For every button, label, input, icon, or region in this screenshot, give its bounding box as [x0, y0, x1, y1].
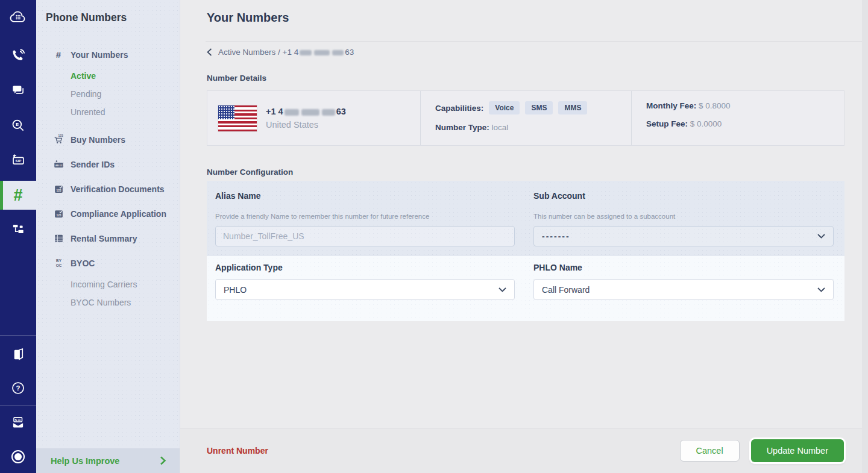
application-type-select[interactable]: PHLO: [215, 279, 515, 300]
help-us-improve-button[interactable]: Help Us Improve: [36, 448, 180, 473]
avatar-circle-icon: [10, 448, 27, 465]
hash-icon: #: [13, 187, 22, 204]
sidebar-item-label: Verification Documents: [71, 184, 165, 194]
account-avatar[interactable]: [0, 443, 36, 470]
sidebar-item-byoc[interactable]: BY OC BYOC: [36, 251, 180, 275]
monthly-fee-label: Monthly Fee:: [646, 101, 696, 110]
sidebar-item-pending[interactable]: Pending: [36, 85, 180, 103]
svg-text:123: 123: [58, 134, 63, 137]
sidebar-item-active[interactable]: Active: [36, 67, 180, 85]
sidebar-item-label: Sender IDs: [71, 160, 115, 169]
rail-item-messaging[interactable]: [0, 77, 36, 104]
sidebar-item-your-numbers[interactable]: # Your Numbers: [36, 42, 180, 67]
sub-account-select[interactable]: -------: [533, 226, 834, 246]
page-title: Your Numbers: [207, 11, 289, 25]
book-icon: [11, 347, 26, 362]
setup-fee-label: Setup Fee:: [646, 119, 688, 128]
breadcrumb[interactable]: Active Numbers / +1 463: [207, 48, 354, 57]
redacted-digits: [314, 50, 330, 55]
update-number-button[interactable]: Update Number: [751, 439, 844, 462]
svg-text:SIP: SIP: [15, 159, 21, 163]
sidebar-item-label: BYOC: [71, 258, 95, 268]
unrent-number-link[interactable]: Unrent Number: [207, 446, 268, 456]
icon-rail: SIP # ?: [0, 0, 36, 473]
rail-item-number-lookup[interactable]: [0, 112, 36, 139]
redacted-digits: [322, 109, 335, 116]
sidebar-item-sender-ids[interactable]: AB·12 Sender IDs: [36, 152, 180, 177]
rail-item-help[interactable]: ?: [0, 375, 36, 401]
application-type-label: Application Type: [215, 263, 283, 272]
capability-badge-mms: MMS: [558, 101, 587, 114]
scrollbar-track[interactable]: [862, 0, 868, 473]
breadcrumb-text: Active Numbers / +1 463: [218, 48, 354, 57]
chevron-down-icon: [817, 287, 825, 292]
number-details-heading: Number Details: [207, 74, 266, 83]
sidebar-item-incoming-carriers[interactable]: Incoming Carriers: [36, 275, 180, 293]
search-dialpad-icon: [10, 117, 26, 133]
messaging-icon: [10, 83, 26, 98]
number-type-label: Number Type:: [435, 123, 489, 132]
alias-name-input[interactable]: [215, 226, 515, 246]
byoc-letters-icon: BY OC: [53, 258, 64, 268]
sub-account-helper: This number can be assigned to a subacco…: [533, 213, 675, 220]
capabilities-label: Capabilities:: [435, 104, 483, 113]
svg-text:123: 123: [56, 189, 61, 192]
rail-divider: [0, 335, 36, 336]
redacted-digits: [332, 50, 344, 55]
chevron-down-icon: [817, 234, 825, 239]
sidebar-item-compliance-application[interactable]: 123 Compliance Application: [36, 201, 180, 226]
sidebar-item-byoc-numbers[interactable]: BYOC Numbers: [36, 293, 180, 312]
rail-item-docs[interactable]: [0, 341, 36, 368]
rail-item-voice[interactable]: [0, 42, 36, 69]
invoice-envelope-icon: $: [10, 415, 26, 430]
chevron-left-icon: [207, 48, 212, 56]
flowchart-icon: [10, 221, 26, 237]
alias-name-label: Alias Name: [215, 191, 260, 201]
sidebar-item-label: Your Numbers: [71, 50, 128, 60]
redacted-digits: [285, 109, 299, 116]
chevron-right-icon: [160, 456, 166, 465]
document-check-icon: 123: [53, 208, 64, 219]
phone-voice-icon: [10, 48, 26, 63]
sender-id-badge-icon: AB·12: [53, 159, 64, 169]
redacted-digits: [301, 109, 319, 116]
cart-123-icon: 123: [53, 134, 64, 145]
rail-item-sip-trunking[interactable]: SIP: [0, 147, 36, 174]
sidebar-item-unrented[interactable]: Unrented: [36, 103, 180, 121]
header-divider: [206, 41, 868, 42]
number-configuration-form: Alias Name Provide a friendly Name to re…: [207, 181, 844, 321]
svg-text:BY: BY: [56, 258, 62, 263]
redacted-digits: [300, 50, 312, 55]
app-logo[interactable]: [0, 4, 36, 30]
rail-item-phone-numbers-active[interactable]: #: [0, 181, 36, 210]
rail-item-billing[interactable]: $: [0, 409, 36, 436]
config-row-2: Application Type PHLO PHLO Name Call For…: [207, 256, 844, 321]
alias-name-helper: Provide a friendly Name to remember this…: [215, 213, 429, 220]
phlo-name-select[interactable]: Call Forward: [533, 279, 834, 300]
cancel-button[interactable]: Cancel: [680, 440, 740, 462]
rail-divider: [0, 405, 36, 406]
svg-text:123: 123: [56, 214, 61, 217]
rail-item-phlo[interactable]: [0, 216, 36, 242]
help-us-improve-label: Help Us Improve: [51, 456, 119, 466]
sidebar-item-rental-summary[interactable]: Rental Summary: [36, 226, 180, 251]
config-row-1: Alias Name Provide a friendly Name to re…: [207, 181, 844, 256]
sidebar-title: Phone Numbers: [46, 11, 127, 24]
sidebar-item-label: Rental Summary: [71, 234, 137, 243]
capability-badge-voice: Voice: [489, 101, 520, 114]
fees-column: Monthly Fee: $ 0.8000 Setup Fee: $ 0.000…: [631, 91, 844, 145]
us-flag-icon: [218, 105, 257, 131]
number-configuration-heading: Number Configuration: [207, 168, 293, 177]
phone-numbers-sidebar: Phone Numbers # Your Numbers Active Pend…: [36, 0, 180, 473]
capability-badge-sms: SMS: [525, 101, 553, 114]
svg-text:AB·12: AB·12: [55, 164, 62, 167]
number-type-value: local: [492, 123, 509, 132]
sidebar-item-buy-numbers[interactable]: 123 Buy Numbers: [36, 127, 180, 152]
svg-text:OC: OC: [55, 263, 61, 268]
sidebar-item-verification-documents[interactable]: 123 Verification Documents: [36, 177, 180, 201]
number-details-card: +1 463 United States Capabilities: Voice…: [207, 90, 844, 146]
number-identity-column: +1 463 United States: [207, 91, 420, 145]
monthly-fee-value: $ 0.8000: [699, 101, 731, 110]
action-footer: Unrent Number Cancel Update Number: [180, 428, 868, 473]
phone-number: +1 463: [266, 107, 346, 116]
